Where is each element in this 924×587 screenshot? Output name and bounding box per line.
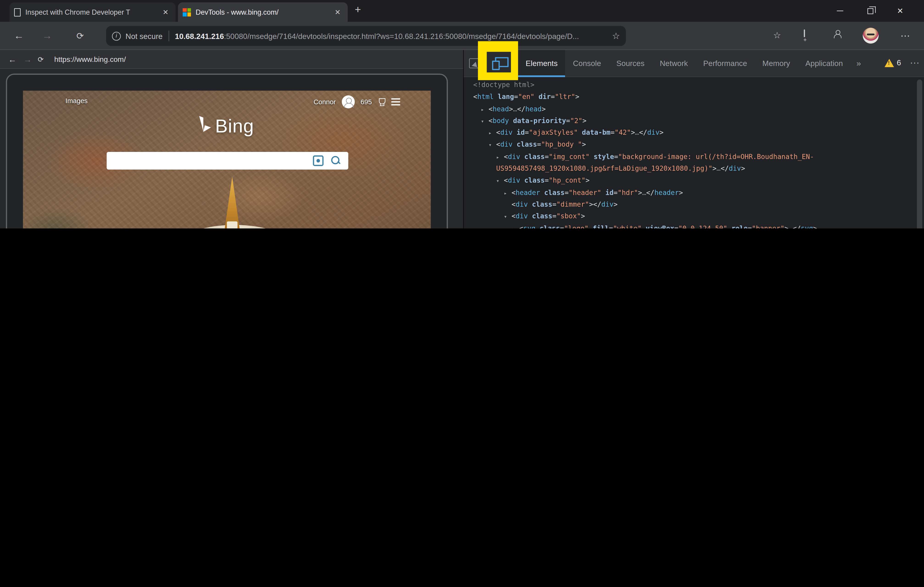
bing-logo-text: Bing [215, 115, 254, 137]
user-name[interactable]: Connor [314, 98, 336, 105]
stupa-spire [223, 177, 241, 229]
rewards-points[interactable]: 695 [361, 98, 372, 105]
restore-button[interactable] [856, 0, 884, 22]
devtools-menu-icon[interactable]: ⋯ [910, 50, 920, 77]
collapse-arrow-icon[interactable]: ▾ [481, 115, 488, 127]
dom-tree-line[interactable]: ▾<div class="hp_body "> [464, 139, 924, 151]
rewards-trophy-icon[interactable] [378, 98, 385, 106]
edge-browser-window: Inspect with Chrome Developer T ✕ DevToo… [0, 0, 924, 229]
dom-tree-line[interactable]: ▸<svg class="logo" fill="white" viewBox=… [464, 222, 924, 229]
url-path: :50080/msedge/7164/devtools/inspector.ht… [224, 31, 579, 40]
devtools-panel: ElementsConsoleSourcesNetworkPerformance… [463, 50, 924, 229]
browser-tab-active[interactable]: DevTools - www.bing.com/ ✕ [178, 2, 348, 22]
more-tabs-icon[interactable]: » [851, 50, 867, 77]
minimize-icon [837, 10, 843, 11]
back-icon[interactable]: ← [8, 50, 16, 69]
warning-triangle-icon [884, 59, 894, 67]
tab-close-icon[interactable]: ✕ [332, 8, 343, 16]
forward-button[interactable]: → [35, 22, 59, 50]
restore-icon [867, 8, 873, 14]
expand-arrow-icon[interactable]: ▸ [481, 104, 488, 115]
bing-header: Images Connor 695 [23, 91, 431, 114]
bing-page-screenshot: Images Connor 695 Bing [23, 91, 431, 229]
dom-tree-line[interactable]: ▾<div class="sbox"> [464, 210, 924, 222]
inspect-element-icon[interactable] [469, 58, 479, 68]
inspected-page-pane: ← → ⟳ https://www.bing.com/ Images Conno… [0, 50, 463, 229]
back-button[interactable]: ← [7, 22, 31, 50]
url-text[interactable]: 10.68.241.216:50080/msedge/7164/devtools… [175, 31, 607, 40]
user-avatar-icon[interactable] [342, 95, 355, 109]
dom-tree-line[interactable]: ▸<div class="img_cont" style="background… [464, 151, 924, 163]
dom-tree-line[interactable]: <html lang="en" dir="ltr"> [464, 91, 924, 103]
collapse-arrow-icon[interactable]: ▾ [504, 211, 512, 223]
browser-toolbar: ← → ⟳ i Not secure 10.68.241.216:50080/m… [0, 22, 924, 50]
warning-count: 6 [897, 58, 901, 67]
url-host: 10.68.241.216 [175, 31, 224, 40]
bing-search-box[interactable] [107, 152, 348, 169]
device-toolbar-icon[interactable] [492, 57, 506, 67]
tab-close-icon[interactable]: ✕ [160, 8, 171, 16]
microsoft-logo-icon [183, 8, 191, 16]
issues-warning-badge[interactable]: 6 [884, 58, 901, 67]
dom-tree-line[interactable]: ▸<div id="ajaxStyles" data-bm="42">…</di… [464, 127, 924, 139]
devtools-tab-sources[interactable]: Sources [609, 50, 652, 77]
hamburger-menu-icon[interactable] [391, 98, 400, 105]
dom-tree-line[interactable]: ▾<div class="hp_cont"> [464, 174, 924, 186]
stupa-harmika [227, 221, 238, 229]
document-icon [14, 8, 21, 16]
devtools-tab-console[interactable]: Console [565, 50, 609, 77]
dom-tree-line[interactable]: US9594857498_1920x1080.jpg&rf=LaDigue_19… [464, 163, 924, 174]
tab-title: Inspect with Chrome Developer T [25, 8, 155, 16]
ms-logo-square [183, 8, 187, 12]
images-link[interactable]: Images [65, 97, 87, 104]
dom-tree-line[interactable]: <div class="dimmer"></div> [464, 199, 924, 210]
divider [168, 31, 169, 41]
refresh-button[interactable]: ⟳ [68, 22, 92, 50]
devtools-toolbar: ElementsConsoleSourcesNetworkPerformance… [464, 50, 924, 77]
devtools-tab-application[interactable]: Application [798, 50, 850, 77]
refresh-icon[interactable]: ⟳ [38, 50, 44, 69]
forward-icon[interactable]: → [24, 50, 32, 69]
favorite-star-icon[interactable]: ☆ [612, 31, 620, 41]
expand-arrow-icon[interactable]: ▸ [496, 151, 504, 163]
dom-tree-line[interactable]: ▸<head>…</head> [464, 103, 924, 115]
embedded-url[interactable]: https://www.bing.com/ [54, 50, 126, 69]
collections-glyph [804, 29, 805, 41]
collapse-arrow-icon[interactable]: ▾ [496, 175, 504, 187]
dom-tree-line[interactable]: <!doctype html> [464, 79, 924, 91]
profile-avatar[interactable] [863, 28, 879, 44]
favorites-bar-icon[interactable]: ☆ [773, 30, 781, 41]
close-button[interactable]: ✕ [886, 0, 914, 22]
browser-tab-inactive[interactable]: Inspect with Chrome Developer T ✕ [10, 2, 176, 22]
dom-tree: <!doctype html><html lang="en" dir="ltr"… [464, 77, 924, 229]
dom-tree-scrollbar[interactable] [917, 79, 922, 229]
devtools-tab-performance[interactable]: Performance [696, 50, 755, 77]
search-magnifier-icon[interactable] [331, 155, 341, 166]
dom-tree-line[interactable]: ▸<header class="header" id="hdr">…</head… [464, 186, 924, 199]
devtools-tab-memory[interactable]: Memory [755, 50, 798, 77]
visual-search-camera-icon[interactable] [313, 155, 323, 166]
new-tab-button[interactable]: + [355, 3, 361, 16]
info-icon[interactable]: i [112, 31, 121, 40]
settings-menu-icon[interactable]: ⋯ [900, 30, 911, 41]
expand-arrow-icon[interactable]: ▸ [512, 223, 519, 229]
devtools-tab-elements[interactable]: Elements [518, 50, 565, 77]
ms-logo-square [187, 12, 191, 16]
collections-icon[interactable] [804, 30, 805, 40]
expand-arrow-icon[interactable]: ▸ [488, 127, 496, 139]
ms-logo-square [183, 12, 187, 16]
ms-logo-square [187, 8, 191, 12]
minimize-button[interactable] [826, 0, 854, 22]
bing-b-icon [198, 115, 213, 139]
bing-logo: Bing [198, 115, 254, 139]
devtools-tab-network[interactable]: Network [652, 50, 696, 77]
dom-tree-line[interactable]: ▾<body data-priority="2"> [464, 115, 924, 127]
highlight-annotation-box [478, 41, 518, 80]
collapse-arrow-icon[interactable]: ▾ [488, 139, 496, 151]
expand-arrow-icon[interactable]: ▸ [504, 187, 512, 199]
tab-title: DevTools - www.bing.com/ [196, 8, 327, 16]
device-frame: Images Connor 695 Bing [6, 74, 448, 229]
address-bar[interactable]: i Not secure 10.68.241.216:50080/msedge/… [106, 26, 626, 46]
embedded-browser-toolbar: ← → ⟳ https://www.bing.com/ [0, 50, 463, 69]
titlebar: Inspect with Chrome Developer T ✕ DevToo… [0, 0, 924, 22]
